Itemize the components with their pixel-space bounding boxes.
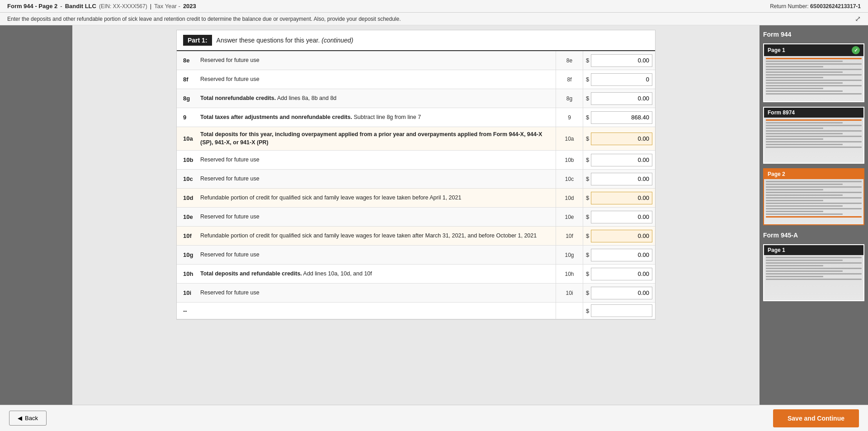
part-title-text: Answer these questions for this year.	[217, 37, 320, 44]
row-8f-num: 8f	[183, 76, 196, 83]
input-10f[interactable]	[591, 230, 652, 242]
t22	[766, 122, 843, 123]
back-button[interactable]: ◀ Back	[9, 411, 47, 426]
header: Form 944 - Page 2 - Bandit LLC (EIN: XX-…	[0, 0, 868, 13]
t51	[766, 208, 862, 209]
row-10d-num: 10d	[183, 194, 196, 201]
form-area: Part 1: Answer these questions for this …	[72, 25, 760, 425]
input-8g[interactable]	[591, 92, 652, 105]
back-label: Back	[25, 415, 38, 422]
part-continued: (continued)	[321, 37, 353, 44]
row-10c-input-area: $	[583, 170, 655, 188]
input-10a[interactable]	[591, 133, 652, 145]
row-10e-text: Reserved for future use	[200, 213, 259, 221]
sidebar-form8974-card[interactable]: Form 8974	[763, 107, 864, 164]
t3	[766, 63, 862, 65]
row-partial-code	[556, 303, 583, 319]
row-partial: -- $	[177, 303, 655, 319]
row-10g-num: 10g	[183, 251, 196, 258]
t4	[766, 66, 823, 67]
t29	[766, 141, 862, 142]
input-10i[interactable]	[591, 287, 652, 299]
thumb-lines-1	[764, 56, 863, 98]
t50	[766, 205, 843, 207]
row-10c-code: 10c	[556, 170, 583, 188]
dollar-9: $	[586, 114, 589, 121]
dollar-10g: $	[586, 251, 589, 258]
sidebar-page1-card[interactable]: Page 1 ✓	[763, 43, 864, 102]
sidebar-page2-label: Page 2	[768, 171, 785, 177]
t5	[766, 69, 862, 70]
row-10g-input-area: $	[583, 246, 655, 264]
row-10f-label-area: 10f Refundable portion of credit for qua…	[177, 227, 556, 245]
row-10d-input-area: $	[583, 189, 655, 207]
part-label: Part 1:	[183, 35, 212, 46]
row-9: 9 Total taxes after adjustments and nonr…	[177, 108, 655, 127]
input-10e[interactable]	[591, 211, 652, 223]
sidebar-page2-thumb	[764, 179, 863, 224]
return-number: 6S0032624213317-1	[810, 3, 861, 9]
row-10a: 10a Total deposits for this year, includ…	[177, 127, 655, 151]
thumb-lines-4	[764, 255, 863, 283]
t23	[766, 125, 862, 126]
row-10g-label-area: 10g Reserved for future use	[177, 246, 556, 264]
input-10b[interactable]	[591, 154, 652, 166]
row-10c-num: 10c	[183, 175, 196, 182]
input-10h[interactable]	[591, 268, 652, 280]
t62	[766, 260, 843, 261]
row-8g-num: 8g	[183, 95, 196, 102]
row-10f: 10f Refundable portion of credit for qua…	[177, 227, 655, 246]
row-8e: 8e Reserved for future use 8e $	[177, 51, 655, 70]
sidebar-form8974-header: Form 8974	[764, 108, 863, 118]
input-8f[interactable]	[591, 73, 652, 86]
dollar-10c: $	[586, 175, 589, 182]
input-partial[interactable]	[591, 304, 652, 317]
dollar-10d: $	[586, 194, 589, 201]
row-10h-num: 10h	[183, 270, 196, 277]
form-title: Form 944 - Page 2	[7, 3, 57, 9]
row-10h-input-area: $	[583, 265, 655, 283]
page1-check-icon: ✓	[852, 46, 860, 54]
expand-icon[interactable]: ⤢	[855, 14, 861, 23]
row-10c-label-area: 10c Reserved for future use	[177, 170, 556, 188]
t46	[766, 194, 843, 196]
t48	[766, 200, 823, 201]
dollar-10h: $	[586, 270, 589, 277]
row-partial-num: --	[183, 308, 196, 314]
row-10e-input-area: $	[583, 208, 655, 226]
subheader: Enter the deposits and other refundable …	[0, 13, 868, 25]
row-10a-num: 10a	[183, 135, 196, 142]
row-8g-label-area: 8g Total nonrefundable credits. Add line…	[177, 89, 556, 108]
t49	[766, 203, 862, 204]
input-10g[interactable]	[591, 249, 652, 261]
header-left: Form 944 - Page 2 - Bandit LLC (EIN: XX-…	[7, 3, 196, 9]
row-10b-label-area: 10b Reserved for future use	[177, 151, 556, 169]
t24	[766, 128, 823, 129]
t27	[766, 136, 862, 137]
t31	[766, 147, 862, 148]
input-9[interactable]	[591, 111, 652, 124]
t43	[766, 186, 862, 188]
row-partial-label: --	[177, 303, 556, 319]
row-10i-text: Reserved for future use	[200, 289, 259, 297]
sidebar-page2-card[interactable]: Page 2	[763, 168, 864, 225]
row-9-label-area: 9 Total taxes after adjustments and nonr…	[177, 108, 556, 127]
row-10d-code: 10d	[556, 189, 583, 207]
subheader-description: Enter the deposits and other refundable …	[7, 16, 401, 22]
row-10f-num: 10f	[183, 232, 196, 239]
row-8e-text: Reserved for future use	[200, 57, 259, 65]
input-10c[interactable]	[591, 173, 652, 185]
part-title: Answer these questions for this year. (c…	[217, 37, 354, 44]
input-10d[interactable]	[591, 192, 652, 204]
row-8f: 8f Reserved for future use 8f $	[177, 70, 655, 89]
back-arrow-icon: ◀	[18, 415, 22, 422]
input-8e[interactable]	[591, 54, 652, 67]
row-8e-code: 8e	[556, 51, 583, 70]
save-continue-button[interactable]: Save and Continue	[773, 409, 859, 427]
row-8f-text: Reserved for future use	[200, 76, 259, 84]
row-10a-input-area: $	[583, 127, 655, 150]
sidebar-form945a-card[interactable]: Page 1	[763, 244, 864, 301]
row-8g: 8g Total nonrefundable credits. Add line…	[177, 89, 655, 108]
t52	[766, 211, 823, 212]
thumb-lines-2	[764, 118, 863, 151]
